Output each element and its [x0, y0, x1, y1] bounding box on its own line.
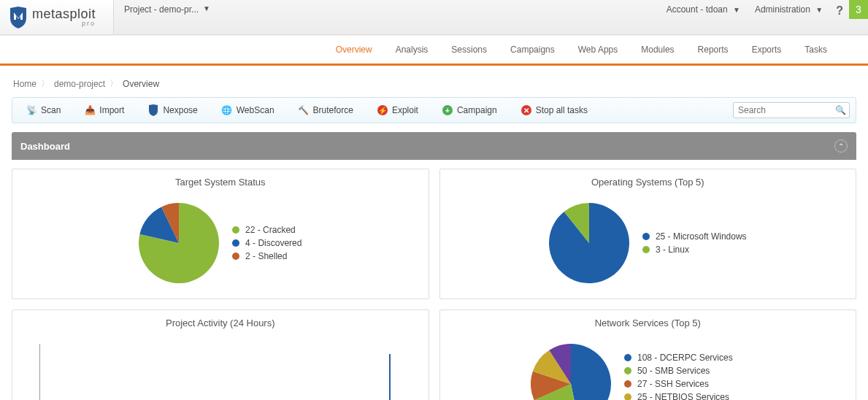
tab-overview[interactable]: Overview — [324, 36, 384, 64]
top-right-menu: Account - tdoan ▼ Administration ▼ ? 3 — [659, 0, 868, 34]
legend-swatch — [624, 393, 631, 400]
card-title: Operating Systems (Top 5) — [440, 169, 856, 196]
import-icon: 📥 — [84, 104, 96, 116]
legend-swatch — [624, 354, 631, 361]
tab-web-apps[interactable]: Web Apps — [566, 36, 629, 64]
import-button[interactable]: 📥Import — [77, 103, 131, 118]
chevron-down-icon: ▼ — [815, 6, 823, 14]
legend-swatch — [232, 226, 239, 234]
card-title: Project Activity (24 Hours) — [12, 310, 429, 337]
webscan-button[interactable]: 🌐WebScan — [214, 103, 282, 118]
legend-label: 3 - Linux — [656, 245, 689, 255]
dashboard-header: Dashboard ⌃ — [12, 132, 856, 160]
legend-label: 108 - DCERPC Services — [637, 353, 733, 363]
help-button[interactable]: ? — [830, 4, 849, 18]
action-toolbar: 📡Scan📥ImportNexpose🌐WebScan🔨Bruteforce⚡E… — [12, 97, 856, 123]
search-icon[interactable]: 🔍 — [835, 105, 846, 115]
legend-item: 27 - SSH Services — [624, 379, 764, 389]
line-chart — [39, 344, 401, 400]
card-body: 108 - DCERPC Services50 - SMB Services27… — [440, 337, 856, 400]
legend-item: 25 - Microsoft Windows — [642, 231, 747, 242]
tab-campaigns[interactable]: Campaigns — [499, 36, 566, 64]
legend-label: 2 - Shelled — [245, 251, 287, 261]
legend-swatch — [232, 253, 239, 260]
nexpose-icon — [147, 104, 159, 116]
scan-button[interactable]: 📡Scan — [18, 103, 68, 118]
campaign-icon: + — [442, 104, 453, 116]
top-bar: metasploit pro Project - demo-pr... ▼ Ac… — [0, 0, 868, 35]
legend-item: 22 - Cracked — [232, 225, 302, 235]
notification-badge[interactable]: 3 — [849, 0, 868, 19]
dashboard-title: Dashboard — [20, 141, 70, 152]
account-label: Account - tdoan — [667, 4, 728, 15]
legend-label: 25 - Microsoft Windows — [656, 231, 747, 242]
legend-item: 50 - SMB Services — [624, 366, 764, 376]
admin-label: Administration — [755, 4, 810, 15]
brand-edition: pro — [32, 20, 96, 27]
legend-item: 3 - Linux — [642, 245, 747, 255]
breadcrumb-sep-icon: 〉 — [110, 77, 118, 90]
legend-label: 22 - Cracked — [245, 225, 296, 235]
chart-legend: 108 - DCERPC Services50 - SMB Services27… — [624, 350, 764, 400]
tab-sessions[interactable]: Sessions — [439, 36, 499, 64]
bruteforce-icon: 🔨 — [298, 104, 310, 116]
stop-all-tasks-button[interactable]: ✕Stop all tasks — [513, 103, 595, 118]
legend-swatch — [624, 380, 631, 388]
card-title: Target System Status — [12, 169, 429, 196]
scan-icon: 📡 — [26, 104, 37, 116]
brand-name: metasploit — [32, 7, 96, 20]
button-label: Campaign — [457, 105, 497, 115]
button-label: Nexpose — [163, 105, 197, 115]
card-net_services: Network Services (Top 5)108 - DCERPC Ser… — [439, 309, 857, 400]
breadcrumb-home[interactable]: Home — [13, 79, 37, 89]
metasploit-shield-icon — [9, 7, 28, 28]
button-label: WebScan — [237, 105, 274, 115]
card-body: 22 - Cracked4 - Discovered2 - Shelled — [12, 196, 429, 299]
button-label: Scan — [41, 105, 61, 115]
administration-menu[interactable]: Administration ▼ — [748, 4, 830, 15]
search-input[interactable] — [733, 102, 850, 118]
card-body — [12, 337, 429, 400]
pie-chart: 108 - DCERPC Services50 - SMB Services27… — [531, 344, 764, 400]
main-nav: OverviewAnalysisSessionsCampaignsWeb App… — [0, 35, 868, 64]
legend-swatch — [642, 246, 650, 253]
toolbar-search: 🔍 — [733, 102, 850, 118]
webscan-icon: 🌐 — [221, 104, 233, 116]
legend-item: 2 - Shelled — [232, 251, 302, 261]
legend-item: 4 - Discovered — [232, 238, 302, 248]
breadcrumb-sep-icon: 〉 — [41, 77, 50, 90]
tab-reports[interactable]: Reports — [686, 36, 740, 64]
collapse-icon[interactable]: ⌃ — [834, 139, 848, 153]
chevron-down-icon: ▼ — [203, 4, 210, 12]
breadcrumb-project[interactable]: demo-project — [54, 79, 105, 89]
nexpose-button[interactable]: Nexpose — [140, 103, 204, 118]
legend-swatch — [232, 239, 239, 247]
breadcrumb-current: Overview — [123, 79, 159, 89]
tab-exports[interactable]: Exports — [740, 36, 794, 64]
tab-modules[interactable]: Modules — [629, 36, 685, 64]
card-os_top5: Operating Systems (Top 5)25 - Microsoft … — [439, 169, 857, 299]
project-selector[interactable]: Project - demo-pr... ▼ — [114, 0, 220, 34]
dashboard-grid: Target System Status22 - Cracked4 - Disc… — [12, 169, 856, 400]
tab-analysis[interactable]: Analysis — [384, 36, 440, 64]
button-label: Stop all tasks — [536, 105, 588, 115]
legend-label: 25 - NETBIOS Services — [637, 392, 729, 400]
button-label: Exploit — [392, 105, 418, 115]
legend-swatch — [624, 367, 631, 374]
brand-logo[interactable]: metasploit pro — [0, 0, 114, 34]
campaign-button[interactable]: +Campaign — [434, 103, 504, 118]
exploit-button[interactable]: ⚡Exploit — [369, 103, 426, 118]
tab-tasks[interactable]: Tasks — [793, 36, 839, 64]
exploit-icon: ⚡ — [377, 104, 388, 116]
legend-label: 27 - SSH Services — [637, 379, 709, 389]
legend-swatch — [642, 233, 650, 240]
breadcrumb: Home 〉 demo-project 〉 Overview — [12, 73, 856, 97]
chart-legend: 25 - Microsoft Windows3 - Linux — [642, 228, 747, 258]
account-menu[interactable]: Account - tdoan ▼ — [659, 4, 748, 15]
bruteforce-button[interactable]: 🔨Bruteforce — [291, 103, 361, 118]
page-content: Home 〉 demo-project 〉 Overview 📡Scan📥Imp… — [0, 66, 868, 400]
button-label: Import — [99, 105, 124, 115]
button-label: Bruteforce — [313, 105, 353, 115]
card-title: Network Services (Top 5) — [440, 310, 856, 337]
brand-text: metasploit pro — [32, 7, 96, 27]
